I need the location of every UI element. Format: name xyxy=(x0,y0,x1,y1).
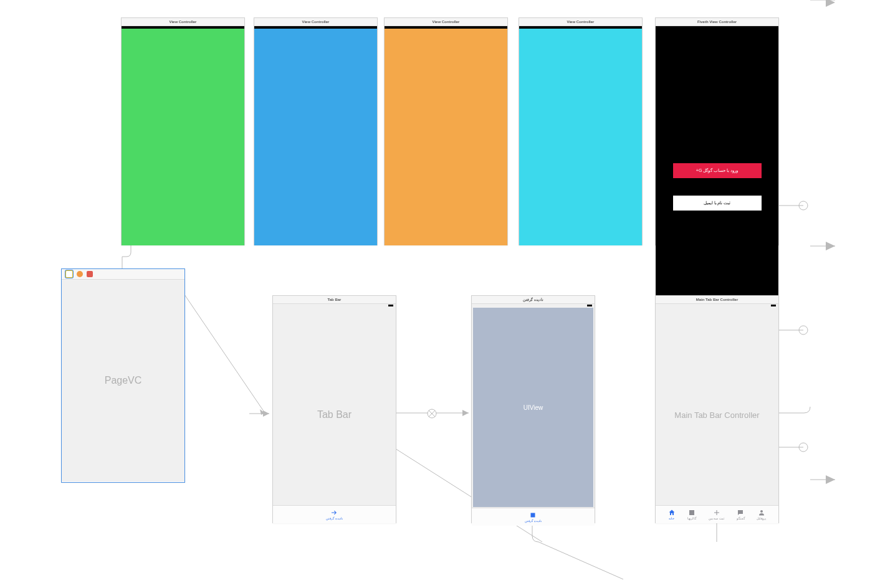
tab-bar: نادیده گرفتن xyxy=(273,505,396,523)
scene-title: نادیده گرفتن xyxy=(472,296,595,304)
gallery-icon xyxy=(688,509,696,516)
storyboard-entry-icon[interactable] xyxy=(87,271,93,277)
google-login-button[interactable]: ورود با حساب گوگل G+ xyxy=(673,163,762,178)
first-responder-icon[interactable] xyxy=(65,270,73,278)
email-signup-button[interactable]: ثبت نام با ایمیل xyxy=(673,196,762,211)
scene-selection-header[interactable] xyxy=(62,269,184,280)
tab-item-skip[interactable]: نادیده گرفتن xyxy=(326,509,342,520)
view-orange xyxy=(385,29,507,245)
svg-marker-9 xyxy=(826,0,835,7)
svg-point-7 xyxy=(799,443,808,452)
pagevc-scene[interactable]: PageVC xyxy=(61,268,185,483)
uiview-scene[interactable]: نادیده گرفتن UIView نادیده گرفتن xyxy=(471,295,595,523)
square-icon xyxy=(529,511,537,519)
tab-bar-scene[interactable]: Tab Bar Tab Bar نادیده گرفتن xyxy=(272,295,396,523)
plus-icon xyxy=(713,509,720,516)
home-icon xyxy=(668,509,676,516)
tab-item-home[interactable]: خانه xyxy=(668,509,676,520)
scene-title: Fiveth View Controller xyxy=(656,18,778,26)
tab-item-gallery[interactable]: گالریها xyxy=(687,509,696,520)
tab-item-label: خانه xyxy=(669,516,674,520)
tab-item-label: گالریها xyxy=(687,516,696,520)
scene-title: View Controller xyxy=(254,18,377,26)
svg-marker-13 xyxy=(826,475,835,484)
tab-item-label: نادیده گرفتن xyxy=(525,519,541,523)
tab-item-label: پروفایل xyxy=(757,516,766,520)
profile-icon xyxy=(758,509,765,516)
arrow-right-icon xyxy=(330,509,338,516)
svg-rect-14 xyxy=(531,513,535,518)
uiview-placeholder: UIView xyxy=(473,308,593,507)
scene-title: View Controller xyxy=(519,18,642,26)
tab-bar: خانهگالریهاثبت سه بینگفتگوپروفایل xyxy=(656,505,778,523)
view-cyan xyxy=(519,29,642,245)
scene-title: View Controller xyxy=(122,18,244,26)
tab-item-label: نادیده گرفتن xyxy=(326,516,342,520)
view-controller-scene-4[interactable]: View Controller xyxy=(519,17,643,245)
svg-point-4 xyxy=(428,409,436,418)
svg-point-6 xyxy=(799,326,808,334)
svg-marker-0 xyxy=(260,409,265,415)
login-view: ورود با حساب گوگل G+ ثبت نام با ایمیل xyxy=(656,29,778,295)
view-controller-scene-1[interactable]: View Controller xyxy=(121,17,245,245)
tab-item-plus[interactable]: ثبت سه بین xyxy=(709,509,724,520)
svg-marker-11 xyxy=(826,242,835,250)
tab-item-chat[interactable]: گفتگو xyxy=(737,509,745,520)
svg-point-5 xyxy=(799,201,808,210)
tab-item-profile[interactable]: پروفایل xyxy=(757,509,766,520)
chat-icon xyxy=(737,509,744,516)
fifth-view-controller-scene[interactable]: Fiveth View Controller ورود با حساب گوگل… xyxy=(655,17,779,245)
tab-bar-placeholder: Tab Bar xyxy=(273,306,396,523)
view-green xyxy=(122,29,244,245)
tab-item-skip[interactable]: نادیده گرفتن xyxy=(525,511,541,523)
main-tab-bar-controller-scene[interactable]: Main Tab Bar Controller Main Tab Bar Con… xyxy=(655,295,779,523)
svg-marker-3 xyxy=(462,410,469,416)
view-controller-scene-2[interactable]: View Controller xyxy=(254,17,378,245)
pagevc-placeholder: PageVC xyxy=(62,280,184,481)
exit-icon[interactable] xyxy=(77,271,83,277)
main-tab-placeholder: Main Tab Bar Controller xyxy=(656,306,778,523)
scene-title: View Controller xyxy=(385,18,507,26)
scene-title: Main Tab Bar Controller xyxy=(656,296,778,304)
scene-title: Tab Bar xyxy=(273,296,396,304)
view-blue xyxy=(254,29,377,245)
view-controller-scene-3[interactable]: View Controller xyxy=(384,17,508,245)
tab-item-label: ثبت سه بین xyxy=(709,516,724,520)
svg-marker-2 xyxy=(263,410,269,417)
tab-bar: نادیده گرفتن xyxy=(472,508,595,526)
tab-item-label: گفتگو xyxy=(737,516,745,520)
